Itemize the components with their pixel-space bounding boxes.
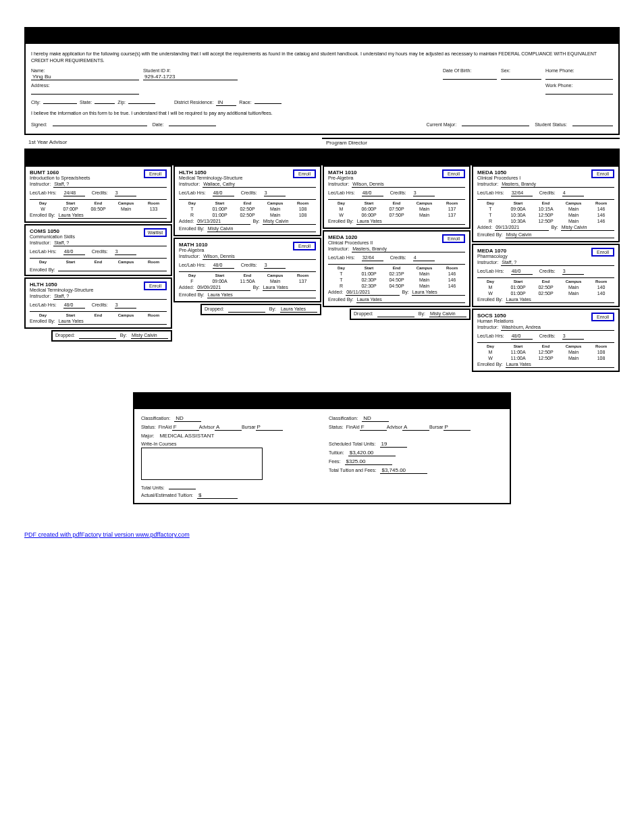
address-value xyxy=(31,88,139,95)
sched-cell: W xyxy=(30,207,56,211)
sched-cell: 04:50P xyxy=(383,277,410,282)
course-box: MEDA 1070PharmacologyEnrollInstructor:St… xyxy=(472,244,620,307)
added-date: 09/09/2021 xyxy=(196,285,250,291)
course-id: MEDA 1050 xyxy=(477,169,520,176)
total-value: $3,745.00 xyxy=(380,466,427,474)
sched-header: Campus xyxy=(262,273,288,277)
race-label: Race: xyxy=(239,100,251,105)
course-status: Enroll xyxy=(442,169,465,178)
sched-header: End xyxy=(85,201,111,205)
sched-header: Day xyxy=(30,313,56,317)
status-item-label: FinAid xyxy=(159,425,172,429)
enrolled-label: Enrolled By: xyxy=(477,297,503,302)
sched-header: Day xyxy=(328,266,354,270)
enrolled-value: Misty Calvin xyxy=(506,232,614,238)
hours-value: 48/0 xyxy=(362,190,383,196)
state-value xyxy=(95,97,115,104)
pdf-link[interactable]: PDF created with pdfFactory trial versio… xyxy=(24,531,190,538)
city-value xyxy=(43,97,77,104)
sched-cell: 12:50P xyxy=(533,350,559,354)
zip-value xyxy=(128,97,155,104)
tuition-value: $3,420.00 xyxy=(348,449,396,456)
sex-value xyxy=(501,73,541,80)
sched-cell: 01:00P xyxy=(505,285,531,290)
sched-cell: 10:30A xyxy=(505,213,531,217)
dropped-label: Dropped: xyxy=(354,311,373,317)
instructor-value: Wilson, Dennis xyxy=(203,254,316,260)
sched-cell: 140 xyxy=(588,291,614,296)
sched-cell: W xyxy=(328,213,354,217)
instructor-value: Washburn, Andrea xyxy=(501,325,614,331)
sched-cell: 146 xyxy=(439,277,465,282)
instructor-label: Instructor: xyxy=(477,182,498,186)
sched-header: Room xyxy=(439,266,465,270)
course-id: MATH 1010 xyxy=(179,242,208,248)
credits-value: 4 xyxy=(413,255,435,261)
sched-cell: 137 xyxy=(439,213,465,217)
sched-cell: 01:00P xyxy=(207,207,233,211)
sched-header: Day xyxy=(328,201,354,205)
hours-value: 24/48 xyxy=(63,190,85,196)
sched-header: Day xyxy=(179,201,205,205)
sched-cell: Main xyxy=(411,277,437,282)
workphone-value xyxy=(545,88,613,95)
sched-cell: Main xyxy=(560,219,587,223)
credits-label: Credits: xyxy=(390,255,406,261)
sched-cell: 146 xyxy=(588,219,614,223)
sched-header: Start xyxy=(505,344,531,348)
writein-box[interactable] xyxy=(141,448,263,480)
sched-cell: Main xyxy=(262,207,288,211)
sched-header: Room xyxy=(140,201,167,205)
course-id: COMS 1050 xyxy=(30,228,75,234)
attest-paragraph: I believe the information on this form t… xyxy=(31,110,613,117)
dropped-by: Misty Calvin xyxy=(131,333,168,339)
course-box: MATH 1010Pre-AlgebraEnrollInstructor:Wil… xyxy=(323,165,471,229)
totals-box: Classification:ND Status: FinAidFAdvisor… xyxy=(133,409,511,504)
sched-header: Start xyxy=(505,201,531,205)
sched-cell: 11:00A xyxy=(505,350,531,354)
units-value xyxy=(169,483,196,489)
instructor-label: Instructor: xyxy=(477,325,498,329)
district-label: District Residence: xyxy=(174,100,213,105)
sched-cell: T xyxy=(477,207,504,211)
course-box: BUMT 1060Introduction to SpreadsheetsEnr… xyxy=(24,165,172,223)
sched-cell: Main xyxy=(113,207,139,211)
sched-header: Room xyxy=(290,273,316,277)
enrolled-label: Enrolled By: xyxy=(30,319,55,323)
course-title: Introduction to Spreadsheets xyxy=(30,176,90,180)
status-label-r: Status: xyxy=(329,425,344,429)
hours-label: Lec/Lab Hrs: xyxy=(477,269,504,275)
sched-header: Campus xyxy=(411,201,437,205)
enrolled-label: Enrolled By: xyxy=(30,267,55,272)
major-value-l: MEDICAL ASSISTANT xyxy=(158,432,215,439)
schedule-grid: DayStartEndCampusRoomT01:00P02:15PMain14… xyxy=(328,264,465,288)
credits-value: 3 xyxy=(115,302,136,309)
sched-cell: T xyxy=(328,271,354,276)
sex-label: Sex: xyxy=(501,68,541,73)
drop-box: Dropped:By:Misty Calvin xyxy=(51,330,172,342)
dob-label: Date Of Birth: xyxy=(443,68,497,73)
sched-header: Room xyxy=(588,279,614,284)
sched-header: Room xyxy=(290,201,316,205)
instructor-label: Instructor: xyxy=(477,260,498,265)
hours-label: Lec/Lab Hrs: xyxy=(30,190,57,196)
sched-header: Start xyxy=(207,273,233,277)
sched-cell: 12:50P xyxy=(533,356,559,360)
sched-cell: 108 xyxy=(588,356,614,360)
sched-cell: 10:15A xyxy=(533,207,559,211)
sched-cell: Main xyxy=(560,207,587,211)
actest-value: $ xyxy=(197,491,238,499)
schedule-grid: DayStartEndCampusRoomT01:00P02:50PMain10… xyxy=(179,199,316,217)
schedule-grid: DayStartEndCampusRoomM01:00P02:50PMain14… xyxy=(477,277,614,296)
sched-cell: Main xyxy=(560,350,587,354)
added-date: 09/13/2021 xyxy=(495,225,548,231)
instructor-label: Instructor: xyxy=(30,182,51,186)
enrolled-value: Laura Yates xyxy=(506,362,614,368)
enrolled-label: Enrolled By: xyxy=(179,292,205,297)
schedule-grid: DayStartEndCampusRoomT09:00A10:15AMain14… xyxy=(477,199,614,223)
sched-cell: T xyxy=(328,277,354,282)
ssn-value: 929-47-1723 xyxy=(143,73,238,80)
course-title: Medical Terminology-Structure xyxy=(179,176,242,180)
enrolled-value: Laura Yates xyxy=(58,319,167,325)
status-item-value: F xyxy=(360,423,387,431)
